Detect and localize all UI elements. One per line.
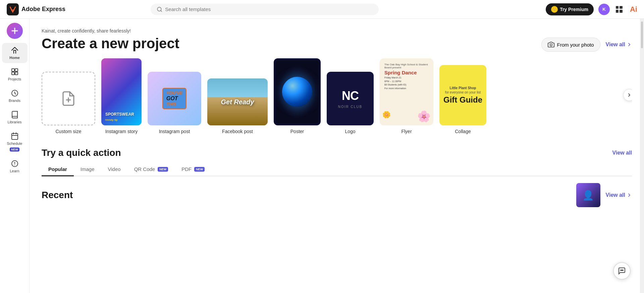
hero-title: Create a new project [42,36,179,52]
sidebar: Home Projects Brands Libraries Schedule … [0,19,30,293]
scroll-thumb [641,21,643,48]
collage-thumb: Little Plant Shop for everyone on your l… [439,65,486,125]
recent-chevron-right-icon [627,192,632,198]
template-flyer-label: Flyer [401,129,412,134]
template-collage-label: Collage [455,129,471,134]
premium-icon: 👑 [551,6,558,13]
template-poster-label: Poster [290,129,304,134]
learn-icon [11,160,19,168]
libraries-icon [11,111,19,119]
template-flyer[interactable]: The Oak Bay High School & Student Board … [380,58,433,134]
fb-post-text: Get Ready [221,98,254,106]
quick-action-tabs: Popular Image Video QR Code NEW PDF NEW [42,163,632,176]
templates-grid: Custom size SPORTSWEAR trendy tip Instag… [42,58,632,134]
template-instagram-post[interactable]: YOU'VE GOT THIS Instagram post [148,72,201,134]
app-name: Adobe Express [21,6,65,13]
logo-area: Adobe Express [7,3,67,15]
template-fb-post-label: Facebook post [222,129,253,134]
svg-point-13 [623,270,623,271]
template-poster[interactable]: Poster [274,58,321,134]
nav-right: 👑 Try Premium K Ai [546,3,637,15]
quick-action-view-all[interactable]: View all [612,150,632,156]
top-navigation: Adobe Express 👑 Try Premium K Ai [0,0,644,19]
template-ig-post-label: Instagram post [159,129,190,134]
main-content: Kainat, create confidently, share fearle… [30,19,644,293]
svg-rect-6 [12,133,18,139]
ig-post-line3: THIS [166,102,183,107]
poster-thumb [274,58,321,125]
tab-pdf[interactable]: PDF NEW [175,163,211,176]
template-collage[interactable]: Little Plant Shop for everyone on your l… [439,65,486,134]
hero-actions: From your photo View all [541,38,632,52]
search-input[interactable] [165,6,373,12]
template-logo[interactable]: NC NOIR CLUB Logo [327,72,374,134]
sidebar-item-brands[interactable]: Brands [2,86,28,106]
grid-menu-icon[interactable] [614,5,624,14]
brands-icon [11,89,19,97]
home-icon [11,46,19,54]
recent-item-1[interactable]: 👤 [576,183,600,207]
app-logo-icon[interactable] [7,3,19,15]
svg-rect-3 [12,72,14,75]
schedule-new-badge: NEW [10,148,19,152]
search-bar [151,4,379,15]
svg-point-8 [550,44,552,46]
recent-title: Recent [42,190,73,200]
logo-thumb: NC NOIR CLUB [327,72,374,125]
ig-story-thumb: SPORTSWEAR trendy tip [101,58,142,125]
recent-section-header: Recent 👤 View all [42,183,632,207]
tab-image[interactable]: Image [74,163,101,176]
user-avatar[interactable]: K [598,4,610,15]
svg-rect-1 [12,69,14,71]
create-new-button[interactable] [7,23,23,39]
templates-next-arrow[interactable] [623,89,632,101]
sidebar-item-schedule[interactable]: Schedule NEW [2,129,28,155]
try-premium-button[interactable]: 👑 Try Premium [546,3,594,15]
quick-action-title: Try a quick action [42,148,121,158]
flyer-flower-2: 🌼 [382,111,391,119]
camera-icon [548,41,554,48]
svg-point-11 [621,270,621,271]
svg-rect-2 [15,69,18,71]
chevron-right-icon [627,42,632,47]
collage-text: Gift Guide [443,96,482,104]
template-custom-size[interactable]: Custom size [42,72,95,134]
tab-qr-code[interactable]: QR Code NEW [127,163,175,176]
ig-story-sub: trendy tip [105,118,134,121]
hero-view-all-link[interactable]: View all [606,42,632,48]
ig-post-line1: YOU'VE [166,91,183,96]
hero-title-area: Kainat, create confidently, share fearle… [42,28,179,52]
tab-video[interactable]: Video [101,163,127,176]
svg-rect-4 [15,72,18,75]
flyer-title: Spring Dance [384,70,429,75]
recent-view-all-link[interactable]: View all [606,192,632,198]
flyer-thumb: The Oak Bay High School & Student Board … [380,58,433,125]
svg-point-12 [622,270,622,271]
sidebar-item-learn[interactable]: Learn [2,156,28,176]
pdf-new-badge: NEW [194,167,205,172]
template-custom-size-label: Custom size [55,129,81,134]
sidebar-item-home[interactable]: Home [2,43,28,63]
template-instagram-story[interactable]: SPORTSWEAR trendy tip Instagram story [101,58,142,134]
template-logo-label: Logo [345,129,355,134]
chat-support-button[interactable] [613,262,631,280]
custom-size-thumb [42,72,95,125]
tab-popular[interactable]: Popular [42,163,74,176]
logo-sub: NOIR CLUB [338,105,362,109]
hero-section-header: Kainat, create confidently, share fearle… [42,28,632,52]
quick-action-header: Try a quick action View all [42,148,632,158]
qr-code-new-badge: NEW [158,167,168,172]
sidebar-projects-label: Projects [8,77,21,81]
template-facebook-post[interactable]: Get Ready Facebook post [207,78,268,134]
scrollbar[interactable] [640,19,644,293]
adobe-logo-icon: Ai [630,5,637,14]
sidebar-item-projects[interactable]: Projects [2,64,28,84]
search-icon [157,6,162,12]
sidebar-item-libraries[interactable]: Libraries [2,107,28,127]
logo-initials: NC [342,89,359,103]
from-photo-button[interactable]: From your photo [541,38,600,52]
flyer-flower-decoration: 🌸 [417,110,431,123]
ig-post-line2: GOT [166,96,183,102]
sidebar-home-label: Home [9,56,20,60]
sidebar-brands-label: Brands [9,99,20,103]
